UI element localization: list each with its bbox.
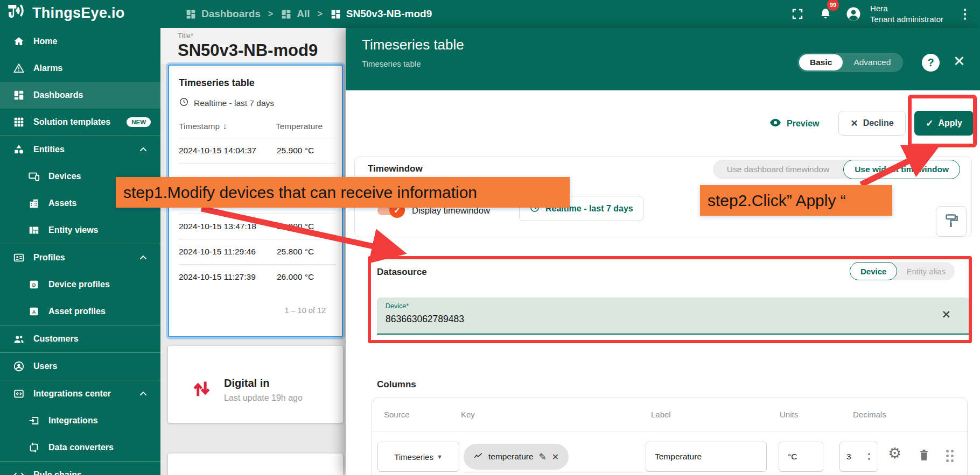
sidebar-item-label: Rule chains — [33, 470, 82, 475]
chevron-up-icon[interactable] — [138, 388, 149, 399]
widget-timeseries-table[interactable]: Timeseries table Realtime - last 7 days … — [168, 65, 343, 337]
breadcrumb-item-all[interactable]: All — [281, 8, 310, 20]
column-temperature[interactable]: Temperature — [276, 122, 335, 131]
dashboard-title-field[interactable]: Title* SN50v3-NB-mod9 — [160, 28, 346, 64]
cell-timestamp: 2024-10-15 14:04:37 — [179, 146, 256, 155]
notifications-bell-icon[interactable]: 99 — [817, 6, 834, 22]
sidebar-item-asset-profiles[interactable]: AAsset profiles — [0, 298, 160, 325]
dashboard-tiles-icon — [330, 9, 341, 20]
column-label-input[interactable]: Temperature — [646, 442, 767, 472]
remove-key-icon[interactable]: ✕ — [552, 452, 559, 462]
sidebar-item-entities[interactable]: Entities — [0, 136, 160, 163]
decimals-value: 3 — [846, 452, 851, 462]
use-dashboard-timewindow-button[interactable]: Use dashboard timewindow — [713, 165, 843, 174]
column-source-select[interactable]: Timeseries ▼ — [377, 442, 459, 472]
column-settings-gear-icon[interactable]: ⚙ — [888, 446, 901, 461]
cell-timestamp: 2024-10-15 13:47:18 — [179, 222, 256, 231]
sidebar-item-label: Home — [33, 37, 57, 46]
sidebar-item-integrations-center[interactable]: Integrations center — [0, 380, 160, 407]
clock-icon — [179, 97, 189, 109]
avatar[interactable] — [845, 6, 862, 22]
apply-button[interactable]: ✓ Apply — [914, 111, 974, 136]
more-menu-icon[interactable]: ⋮ — [955, 6, 975, 22]
appearance-paint-roller-button[interactable] — [936, 206, 967, 237]
timewindow-heading: Timewindow — [368, 164, 423, 174]
close-icon[interactable]: ✕ — [953, 53, 965, 70]
dashboard-tiles-icon — [185, 9, 197, 20]
chevron-up-icon[interactable] — [138, 252, 149, 263]
widget-partial[interactable] — [168, 453, 343, 475]
sidebar-item-home[interactable]: Home — [0, 28, 160, 55]
widget-digital-in[interactable]: Digital in Last update 19h ago — [168, 346, 343, 423]
user-info[interactable]: Hera Tenant administrator — [870, 3, 943, 25]
app-logo[interactable]: ThingsEye.io — [6, 2, 125, 24]
cell-timestamp: 2024-10-15 11:27:39 — [179, 272, 256, 282]
preview-button[interactable]: Preview — [769, 116, 819, 131]
display-timewindow-label: Display timewindow — [412, 205, 490, 216]
drag-handle-icon[interactable] — [946, 450, 956, 465]
timewindow-value-button[interactable]: Realtime - last 7 days — [519, 196, 643, 221]
device-field[interactable]: Device* 863663062789483 ✕ — [377, 297, 969, 335]
title-field-value: SN50v3-NB-mod9 — [178, 41, 346, 60]
sidebar-item-device-profiles[interactable]: DDevice profiles — [0, 271, 160, 298]
breadcrumb-item-sn50v3-nb-mod9[interactable]: SN50v3-NB-mod9 — [330, 8, 432, 20]
mode-advanced-button[interactable]: Advanced — [843, 58, 901, 67]
entity-views-icon — [28, 224, 40, 236]
sidebar-item-dashboards[interactable]: Dashboards — [0, 82, 160, 109]
table-header: Timestamp↓ Temperature — [179, 122, 335, 131]
integrations-icon — [28, 415, 40, 427]
solution-templates-icon — [13, 116, 25, 128]
datasource-entity-alias-button[interactable]: Entity alias — [897, 267, 955, 276]
sidebar-item-entity-views[interactable]: Entity views — [0, 217, 160, 244]
stepper-arrows[interactable]: ▲▼ — [867, 452, 871, 462]
widget2-last-update: Last update 19h ago — [224, 393, 303, 403]
timeseries-line-icon — [473, 451, 483, 463]
sidebar-item-assets[interactable]: Assets — [0, 190, 160, 217]
sidebar-item-data-converters[interactable]: Data converters — [0, 434, 160, 461]
dashboard-tiles-icon — [281, 9, 292, 20]
sidebar-item-devices[interactable]: Devices — [0, 163, 160, 190]
help-icon[interactable]: ? — [922, 54, 940, 72]
sidebar-item-users[interactable]: Users — [0, 353, 160, 380]
chevron-up-icon[interactable] — [138, 144, 149, 155]
timewindow-section: Timewindow Use dashboard timewindow Use … — [354, 157, 972, 237]
decline-label: Decline — [863, 118, 894, 128]
table-row[interactable]: 2024-10-15 11:29:4625.800 °C — [179, 239, 336, 264]
table-row[interactable] — [179, 163, 336, 188]
table-row[interactable]: 2024-10-15 13:47:1825.900 °C — [179, 214, 336, 239]
use-widget-timewindow-button[interactable]: Use widget timewindow — [843, 160, 960, 179]
column-decimals-stepper[interactable]: 3 ▲▼ — [839, 442, 878, 472]
datasource-device-button[interactable]: Device — [850, 262, 897, 280]
table-row[interactable]: 2024-10-15 13:51:3525.900 °C — [179, 188, 336, 214]
breadcrumb-label: All — [297, 8, 310, 20]
delete-column-trash-icon[interactable] — [917, 448, 931, 465]
dialog-body: Preview ✕ Decline ✓ Apply Timewindow Use… — [346, 90, 980, 475]
sidebar-item-rule-chains[interactable]: Rule chains — [0, 462, 160, 475]
datasource-heading: Datasource — [377, 267, 427, 278]
table-row[interactable]: 2024-10-15 14:04:3725.900 °C — [179, 138, 336, 163]
cell-temperature: 26.000 °C — [277, 272, 336, 282]
widget-timewindow[interactable]: Realtime - last 7 days — [179, 97, 274, 109]
column-timestamp[interactable]: Timestamp↓ — [179, 122, 227, 131]
sidebar-item-customers[interactable]: Customers — [0, 325, 160, 352]
table-row[interactable]: 2024-10-15 11:27:3926.000 °C — [179, 264, 336, 289]
widget-settings-dialog: Timeseries table Timeseries table Basic … — [346, 28, 980, 475]
breadcrumb-item-dashboards[interactable]: Dashboards — [185, 8, 261, 20]
clear-device-icon[interactable]: ✕ — [941, 308, 951, 321]
sidebar-item-integrations[interactable]: Integrations — [0, 407, 160, 434]
sidebar-item-alarms[interactable]: Alarms — [0, 55, 160, 82]
display-timewindow-toggle[interactable]: ✓ — [377, 202, 407, 218]
column-units-input[interactable]: °C — [779, 442, 823, 472]
breadcrumb-separator: > — [317, 9, 322, 19]
table-body: 2024-10-15 14:04:3725.900 °C2024-10-15 1… — [179, 138, 336, 289]
table-pagination: 1 – 10 of 12 — [284, 306, 326, 315]
column-key-chip[interactable]: temperature ✎ ✕ — [464, 444, 569, 470]
sidebar-item-solution-templates[interactable]: Solution templatesNEW — [0, 109, 160, 136]
mode-basic-button[interactable]: Basic — [799, 54, 843, 70]
fullscreen-icon[interactable] — [789, 6, 806, 22]
decline-button[interactable]: ✕ Decline — [838, 111, 906, 136]
edit-pencil-icon[interactable]: ✎ — [539, 451, 547, 463]
topbar-actions: 99 Hera Tenant administrator ⋮ — [789, 0, 975, 28]
cell-timestamp: 2024-10-15 13:51:35 — [179, 196, 256, 206]
sidebar-item-profiles[interactable]: Profiles — [0, 244, 160, 271]
